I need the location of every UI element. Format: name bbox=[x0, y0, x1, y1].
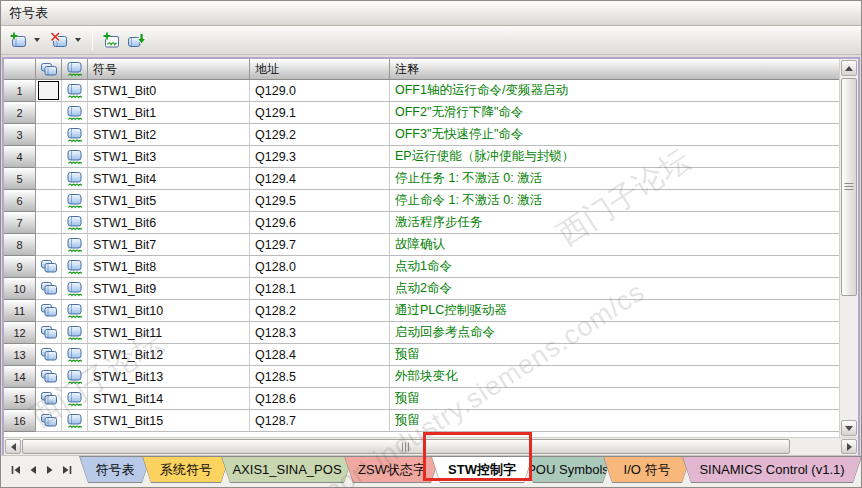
overlap-flag-cell[interactable] bbox=[36, 278, 62, 300]
row-number[interactable]: 3 bbox=[4, 124, 36, 146]
corner-header-cell[interactable] bbox=[4, 59, 36, 80]
symbol-cell[interactable]: STW1_Bit4 bbox=[88, 168, 250, 190]
address-cell[interactable]: Q128.1 bbox=[250, 278, 390, 300]
sheet-tab-1[interactable]: 符号表 bbox=[79, 456, 151, 483]
last-tab-button[interactable] bbox=[58, 458, 75, 482]
overlap-column-header[interactable] bbox=[36, 59, 62, 80]
symbol-cell[interactable]: STW1_Bit0 bbox=[88, 80, 250, 102]
symbol-flag-cell[interactable] bbox=[62, 366, 88, 388]
symbol-flag-cell[interactable] bbox=[62, 256, 88, 278]
download-symbols-button[interactable] bbox=[124, 29, 149, 52]
symbol-cell[interactable]: STW1_Bit11 bbox=[88, 322, 250, 344]
sheet-tab-4[interactable]: ZSW状态字 bbox=[344, 456, 440, 483]
symbol-cell[interactable]: STW1_Bit15 bbox=[88, 410, 250, 432]
row-number[interactable]: 10 bbox=[4, 278, 36, 300]
vertical-scrollbar[interactable] bbox=[839, 59, 858, 437]
symbol-flag-cell[interactable] bbox=[62, 190, 88, 212]
row-number[interactable]: 2 bbox=[4, 102, 36, 124]
sheet-tab-7[interactable]: I/O 符号 bbox=[603, 456, 691, 483]
symbol-flag-cell[interactable] bbox=[62, 344, 88, 366]
symbol-cell[interactable]: STW1_Bit9 bbox=[88, 278, 250, 300]
symbol-flag-cell[interactable] bbox=[62, 388, 88, 410]
row-number[interactable]: 8 bbox=[4, 234, 36, 256]
sheet-tab-5[interactable]: STW控制字 bbox=[431, 456, 533, 483]
symbol-flag-cell[interactable] bbox=[62, 102, 88, 124]
row-number[interactable]: 7 bbox=[4, 212, 36, 234]
row-number[interactable]: 13 bbox=[4, 344, 36, 366]
comment-cell[interactable]: 启动回参考点命令 bbox=[390, 322, 839, 344]
symbol-cell[interactable]: STW1_Bit7 bbox=[88, 234, 250, 256]
symbol-flag-cell[interactable] bbox=[62, 168, 88, 190]
address-cell[interactable]: Q129.3 bbox=[250, 146, 390, 168]
row-number[interactable]: 15 bbox=[4, 388, 36, 410]
vertical-scroll-track[interactable] bbox=[840, 297, 858, 419]
symbol-cell[interactable]: STW1_Bit8 bbox=[88, 256, 250, 278]
insert-symbol-button[interactable] bbox=[6, 29, 31, 52]
symbol-flag-cell[interactable] bbox=[62, 212, 88, 234]
address-cell[interactable]: Q128.6 bbox=[250, 388, 390, 410]
vertical-scroll-thumb[interactable] bbox=[841, 78, 857, 296]
symbol-icon-column-header[interactable] bbox=[62, 59, 88, 80]
comment-cell[interactable]: 点动2命令 bbox=[390, 278, 839, 300]
overlap-flag-cell[interactable] bbox=[36, 344, 62, 366]
address-cell[interactable]: Q129.0 bbox=[250, 80, 390, 102]
address-cell[interactable]: Q129.4 bbox=[250, 168, 390, 190]
row-number[interactable]: 16 bbox=[4, 410, 36, 432]
horizontal-scrollbar[interactable] bbox=[4, 437, 858, 455]
symbol-cell[interactable]: STW1_Bit14 bbox=[88, 388, 250, 410]
symbol-cell[interactable]: STW1_Bit2 bbox=[88, 124, 250, 146]
overlap-flag-cell[interactable] bbox=[36, 190, 62, 212]
symbol-flag-cell[interactable] bbox=[62, 410, 88, 432]
sheet-tab-6[interactable]: POU Symbols bbox=[524, 456, 612, 483]
scroll-up-button[interactable] bbox=[841, 60, 857, 76]
scroll-down-button[interactable] bbox=[841, 420, 857, 436]
row-number[interactable]: 9 bbox=[4, 256, 36, 278]
overlap-flag-cell[interactable] bbox=[36, 300, 62, 322]
symbol-cell[interactable]: STW1_Bit3 bbox=[88, 146, 250, 168]
address-cell[interactable]: Q128.0 bbox=[250, 256, 390, 278]
address-cell[interactable]: Q129.2 bbox=[250, 124, 390, 146]
overlap-flag-cell[interactable] bbox=[36, 146, 62, 168]
address-cell[interactable]: Q129.1 bbox=[250, 102, 390, 124]
symbol-cell[interactable]: STW1_Bit13 bbox=[88, 366, 250, 388]
row-number[interactable]: 11 bbox=[4, 300, 36, 322]
symbol-cell[interactable]: STW1_Bit6 bbox=[88, 212, 250, 234]
horizontal-scroll-thumb[interactable] bbox=[22, 439, 790, 454]
sheet-tab-8[interactable]: SINAMICS Control (v1.1) bbox=[682, 456, 862, 483]
comment-cell[interactable]: 点动1命令 bbox=[390, 256, 839, 278]
first-tab-button[interactable] bbox=[7, 458, 24, 482]
overlap-flag-cell[interactable] bbox=[36, 322, 62, 344]
overlap-flag-cell[interactable] bbox=[36, 366, 62, 388]
address-cell[interactable]: Q129.5 bbox=[250, 190, 390, 212]
row-number[interactable]: 12 bbox=[4, 322, 36, 344]
insert-symbol-dropdown[interactable] bbox=[31, 29, 43, 52]
column-header-symbol[interactable]: 符号 bbox=[88, 59, 250, 80]
comment-cell[interactable]: 预留 bbox=[390, 344, 839, 366]
add-symbol-chart-button[interactable] bbox=[99, 29, 124, 52]
row-number[interactable]: 5 bbox=[4, 168, 36, 190]
symbol-cell[interactable]: STW1_Bit10 bbox=[88, 300, 250, 322]
delete-symbol-dropdown[interactable] bbox=[72, 29, 84, 52]
overlap-flag-cell[interactable] bbox=[36, 212, 62, 234]
address-cell[interactable]: Q128.3 bbox=[250, 322, 390, 344]
symbol-flag-cell[interactable] bbox=[62, 234, 88, 256]
comment-cell[interactable]: 通过PLC控制驱动器 bbox=[390, 300, 839, 322]
address-cell[interactable]: Q129.6 bbox=[250, 212, 390, 234]
comment-cell[interactable]: 停止命令 1: 不激活 0: 激活 bbox=[390, 190, 839, 212]
overlap-flag-cell[interactable] bbox=[36, 102, 62, 124]
comment-cell[interactable]: 故障确认 bbox=[390, 234, 839, 256]
comment-cell[interactable]: 预留 bbox=[390, 388, 839, 410]
symbol-cell[interactable]: STW1_Bit1 bbox=[88, 102, 250, 124]
symbol-flag-cell[interactable] bbox=[62, 146, 88, 168]
overlap-flag-cell[interactable] bbox=[36, 124, 62, 146]
address-cell[interactable]: Q128.4 bbox=[250, 344, 390, 366]
overlap-flag-cell[interactable] bbox=[36, 80, 62, 102]
comment-cell[interactable]: 外部块变化 bbox=[390, 366, 839, 388]
overlap-flag-cell[interactable] bbox=[36, 168, 62, 190]
row-number[interactable]: 14 bbox=[4, 366, 36, 388]
comment-cell[interactable]: OFF3"无快速停止"命令 bbox=[390, 124, 839, 146]
symbol-flag-cell[interactable] bbox=[62, 124, 88, 146]
address-cell[interactable]: Q128.7 bbox=[250, 410, 390, 432]
overlap-flag-cell[interactable] bbox=[36, 234, 62, 256]
sheet-tab-2[interactable]: 系统符号 bbox=[142, 456, 230, 483]
